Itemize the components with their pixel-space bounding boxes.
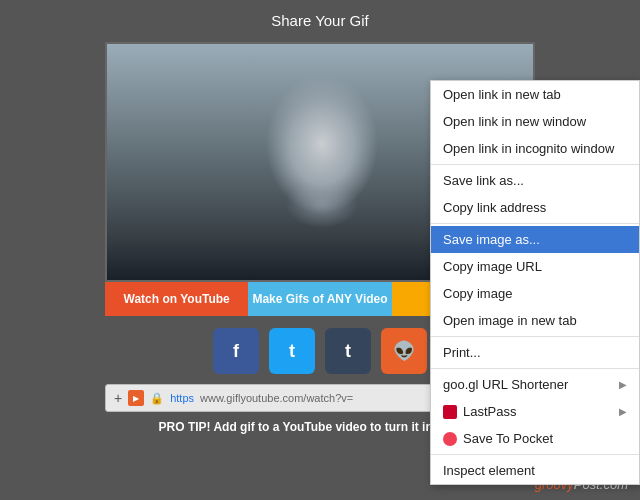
twitter-share-button[interactable]: t [269, 328, 315, 374]
context-item-left-lastpass: LastPass [443, 404, 516, 419]
context-item-label-copy-link: Copy link address [443, 200, 546, 215]
url-protocol: https [170, 392, 194, 404]
context-item-left-open-new-tab: Open link in new tab [443, 87, 561, 102]
context-item-left-open-new-window: Open link in new window [443, 114, 586, 129]
context-item-left-copy-image: Copy image [443, 286, 512, 301]
context-item-label-goo-gl: goo.gl URL Shortener [443, 377, 568, 392]
context-item-left-print: Print... [443, 345, 481, 360]
context-item-left-save-link: Save link as... [443, 173, 524, 188]
facebook-icon: f [233, 341, 239, 362]
context-item-left-goo-gl: goo.gl URL Shortener [443, 377, 568, 392]
context-menu-item-lastpass[interactable]: LastPass▶ [431, 398, 639, 425]
context-item-label-open-incognito: Open link in incognito window [443, 141, 614, 156]
context-item-left-pocket: Save To Pocket [443, 431, 553, 446]
context-item-label-save-link: Save link as... [443, 173, 524, 188]
app-container: Share Your Gif Watch on YouTube Make Gif… [0, 0, 640, 500]
context-item-label-lastpass: LastPass [463, 404, 516, 419]
facebook-share-button[interactable]: f [213, 328, 259, 374]
context-menu-separator [431, 336, 639, 337]
context-item-label-open-new-tab: Open link in new tab [443, 87, 561, 102]
context-item-left-save-image: Save image as... [443, 232, 540, 247]
context-item-label-copy-image-url: Copy image URL [443, 259, 542, 274]
context-menu-item-copy-image[interactable]: Copy image [431, 280, 639, 307]
context-menu-separator [431, 164, 639, 165]
context-menu-item-open-new-window[interactable]: Open link in new window [431, 108, 639, 135]
context-menu-item-open-image-tab[interactable]: Open image in new tab [431, 307, 639, 334]
context-item-label-open-new-window: Open link in new window [443, 114, 586, 129]
context-menu-separator [431, 223, 639, 224]
context-menu-item-inspect[interactable]: Inspect element [431, 457, 639, 484]
context-menu-item-copy-link[interactable]: Copy link address [431, 194, 639, 221]
context-item-left-inspect: Inspect element [443, 463, 535, 478]
browser-icon: ▶ [128, 390, 144, 406]
page-title: Share Your Gif [271, 12, 369, 29]
context-menu-item-open-incognito[interactable]: Open link in incognito window [431, 135, 639, 162]
context-item-left-copy-link: Copy link address [443, 200, 546, 215]
context-item-label-copy-image: Copy image [443, 286, 512, 301]
context-item-label-pocket: Save To Pocket [463, 431, 553, 446]
context-item-left-open-incognito: Open link in incognito window [443, 141, 614, 156]
context-item-left-open-image-tab: Open image in new tab [443, 313, 577, 328]
context-item-label-print: Print... [443, 345, 481, 360]
tumblr-icon: t [345, 341, 351, 362]
context-menu: Open link in new tabOpen link in new win… [430, 80, 640, 485]
make-gifs-button[interactable]: Make Gifs of ANY Video [248, 282, 391, 316]
context-menu-separator [431, 454, 639, 455]
watch-youtube-button[interactable]: Watch on YouTube [105, 282, 248, 316]
context-item-label-save-image: Save image as... [443, 232, 540, 247]
tumblr-share-button[interactable]: t [325, 328, 371, 374]
submenu-arrow-icon: ▶ [619, 379, 627, 390]
title-bar: Share Your Gif [0, 0, 640, 42]
social-buttons-row: f t t 👽 [213, 328, 427, 374]
context-menu-item-save-image[interactable]: Save image as... [431, 226, 639, 253]
context-menu-item-pocket[interactable]: Save To Pocket [431, 425, 639, 452]
context-item-left-copy-image-url: Copy image URL [443, 259, 542, 274]
reddit-icon: 👽 [393, 340, 415, 362]
context-item-label-inspect: Inspect element [443, 463, 535, 478]
twitter-icon: t [289, 341, 295, 362]
context-item-label-open-image-tab: Open image in new tab [443, 313, 577, 328]
pocket-icon [443, 432, 457, 446]
url-plus-icon[interactable]: + [114, 390, 122, 406]
submenu-arrow-icon: ▶ [619, 406, 627, 417]
context-menu-item-copy-image-url[interactable]: Copy image URL [431, 253, 639, 280]
lock-icon: 🔒 [150, 392, 164, 405]
context-menu-separator [431, 368, 639, 369]
context-menu-item-print[interactable]: Print... [431, 339, 639, 366]
context-menu-item-open-new-tab[interactable]: Open link in new tab [431, 81, 639, 108]
reddit-share-button[interactable]: 👽 [381, 328, 427, 374]
context-menu-item-save-link[interactable]: Save link as... [431, 167, 639, 194]
context-menu-item-goo-gl[interactable]: goo.gl URL Shortener▶ [431, 371, 639, 398]
lastpass-icon [443, 405, 457, 419]
